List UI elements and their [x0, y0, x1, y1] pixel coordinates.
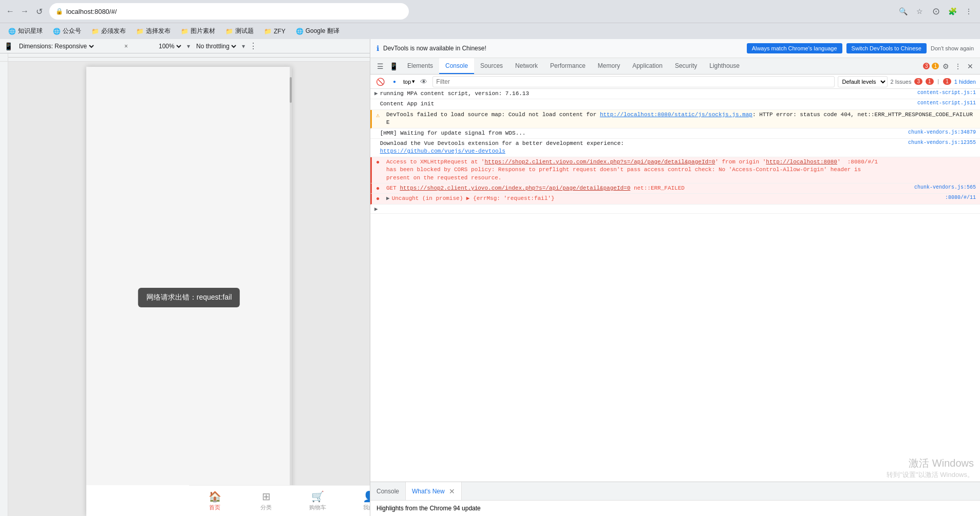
line-location[interactable]: chunk-vendors.js:12355: [908, 140, 976, 145]
vue-devtools-link[interactable]: https://github.com/vuejs/vue-devtools: [380, 148, 505, 154]
devtools-header: ☰ 📱 Elements Console Sources Network Per…: [370, 58, 980, 75]
cors-url-link[interactable]: https://shop2.client.yiovo.com/index.php…: [484, 159, 715, 165]
bookmark-zhishi[interactable]: 🌐 知识星球: [4, 25, 47, 37]
cart-icon: 🛒: [311, 490, 324, 503]
bottom-tab-whatsnew[interactable]: What's New ✕: [406, 482, 462, 500]
expand-icon[interactable]: ▶: [374, 206, 378, 212]
line-location[interactable]: chunk-vendors.js:34879: [908, 130, 976, 135]
nav-item-category[interactable]: ⊞ 分类: [240, 486, 292, 516]
more-options-button[interactable]: ⋮: [249, 41, 257, 51]
issues-warning-badge: 1: [926, 78, 934, 85]
throttle-select[interactable]: No throttling: [194, 42, 238, 50]
line-location[interactable]: :8080/#/11: [945, 195, 976, 200]
line-text: [HMR] Waiting for update signal from WDS…: [380, 130, 904, 137]
error-tooltip: 网络请求出错：request:fail: [138, 288, 240, 307]
tab-elements[interactable]: Elements: [401, 58, 439, 74]
line-location[interactable]: chunk-vendors.js:565: [914, 185, 976, 190]
nav-label-cart: 购物车: [309, 504, 326, 511]
source-map-link[interactable]: http://localhost:8080/static/js/sockjs.j…: [600, 112, 752, 118]
bookmark-bixufabu[interactable]: 📁 必须发布: [87, 25, 130, 37]
tab-sources[interactable]: Sources: [474, 58, 509, 74]
bookmark-icon: 🌐: [8, 28, 16, 35]
tab-application-label: Application: [632, 62, 663, 69]
tab-console[interactable]: Console: [439, 58, 474, 74]
bookmark-xuanzefabu[interactable]: 📁 选择发布: [132, 25, 175, 37]
bookmark-google-translate[interactable]: 🌐 Google 翻译: [292, 25, 344, 37]
more-tools-icon[interactable]: ⋮: [952, 61, 964, 72]
bookmark-label: 图片素材: [191, 27, 215, 35]
width-input[interactable]: 400: [100, 43, 120, 50]
tab-elements-label: Elements: [407, 62, 433, 69]
warning-icon: ⚠: [376, 112, 384, 119]
line-text: Access to XMLHttpRequest at 'https://sho…: [386, 158, 976, 182]
context-selector[interactable]: top ▾: [403, 78, 415, 85]
search-button[interactable]: 🔍: [896, 4, 910, 19]
browser-toolbar: ← → ↺ 🔒 localhost:8080/#/ 🔍 ☆ ⊙ 🧩 ⋮: [0, 0, 980, 23]
top-label: top: [403, 79, 411, 85]
hidden-label[interactable]: 1 hidden: [954, 79, 976, 85]
back-button[interactable]: ←: [4, 5, 16, 17]
line-text: Uncaught (in promise) ▶ {errMsg: 'reques…: [392, 195, 941, 202]
issues-count-badge: 1: [943, 78, 951, 85]
bookmark-gongzhonghao[interactable]: 🌐 公众号: [49, 25, 85, 37]
console-toolbar: 🚫 ● top ▾ 👁 Default levels 2 Issues 3 1 …: [370, 75, 980, 89]
refresh-button[interactable]: ↺: [33, 5, 45, 17]
line-location[interactable]: content-script.js11: [917, 100, 976, 106]
tab-security[interactable]: Security: [669, 58, 703, 74]
level-select[interactable]: Default levels: [838, 76, 888, 87]
device-icon[interactable]: 📱: [388, 61, 399, 72]
filter-input[interactable]: [432, 76, 834, 87]
eye-icon[interactable]: 👁: [418, 76, 429, 87]
console-line: ● GET https://shop2.client.yiovo.com/ind…: [370, 183, 980, 194]
extensions-button[interactable]: 🧩: [945, 4, 959, 19]
tab-memory[interactable]: Memory: [592, 58, 626, 74]
nav-item-home[interactable]: 🏠 首页: [189, 486, 240, 516]
bookmark-zfy[interactable]: 📁 ZFY: [260, 26, 290, 36]
bookmark-button[interactable]: ☆: [912, 4, 927, 19]
tab-network[interactable]: Network: [509, 58, 544, 74]
dropdown-icon: ▾: [242, 43, 245, 50]
responsive-icon: 📱: [4, 42, 13, 50]
error-icon: ●: [376, 159, 384, 166]
switch-language-button[interactable]: Switch DevTools to Chinese: [846, 43, 927, 53]
tab-performance[interactable]: Performance: [544, 58, 592, 74]
bookmarks-bar: 🌐 知识星球 🌐 公众号 📁 必须发布 📁 选择发布 📁 图片素材 📁 测试题 …: [0, 23, 980, 39]
nav-item-profile[interactable]: 👤 我的: [343, 486, 370, 516]
address-bar[interactable]: 🔒 localhost:8080/#/: [49, 3, 409, 20]
whats-new-text: Highlights from the Chrome 94 update: [376, 505, 481, 512]
line-location[interactable]: content-script.js:1: [917, 90, 976, 96]
error-count-badge: 3: [923, 63, 930, 69]
bottom-tab-console[interactable]: Console: [370, 482, 406, 500]
bookmark-ceshiti[interactable]: 📁 测试题: [221, 25, 258, 37]
match-language-button[interactable]: Always match Chrome's language: [747, 43, 842, 53]
bookmark-label: 必须发布: [101, 27, 126, 35]
forward-button[interactable]: →: [18, 5, 31, 17]
tab-application[interactable]: Application: [626, 58, 669, 74]
expand-icon[interactable]: ▶: [386, 195, 390, 201]
profile-button[interactable]: ⊙: [929, 4, 943, 19]
origin-link[interactable]: http://localhost:8080: [766, 159, 837, 165]
bookmark-tupian[interactable]: 📁 图片素材: [177, 25, 219, 37]
console-line: ▶ Content App init content-script.js11: [370, 99, 980, 109]
device-mode-select[interactable]: Dimensions: Responsive: [17, 42, 96, 50]
expand-icon[interactable]: ▶: [374, 90, 378, 97]
bookmark-icon: 📁: [225, 28, 233, 35]
console-line: ▶: [370, 205, 980, 214]
zoom-select[interactable]: 100%: [157, 42, 183, 50]
inspect-icon[interactable]: ☰: [374, 61, 386, 72]
settings-icon[interactable]: ⚙: [940, 61, 951, 72]
close-devtools-icon[interactable]: ✕: [965, 61, 976, 72]
get-url-link[interactable]: https://shop2.client.yiovo.com/index.php…: [400, 185, 630, 191]
bookmark-icon: 📁: [181, 28, 189, 35]
nav-item-cart[interactable]: 🛒 购物车: [292, 486, 343, 516]
clear-console-icon[interactable]: 🚫: [374, 76, 386, 87]
devtools-panel: ℹ DevTools is now available in Chinese! …: [370, 39, 980, 516]
settings-button[interactable]: ⋮: [962, 4, 976, 19]
tab-lighthouse[interactable]: Lighthouse: [703, 58, 746, 74]
dismiss-button[interactable]: Don't show again: [931, 45, 974, 51]
preserve-log-icon[interactable]: ●: [389, 76, 400, 87]
line-text: Content App init: [380, 100, 913, 108]
height-input[interactable]: 850: [132, 43, 153, 50]
notification-text: DevTools is now available in Chinese!: [383, 45, 743, 52]
close-whatsnew-tab-icon[interactable]: ✕: [449, 487, 455, 495]
